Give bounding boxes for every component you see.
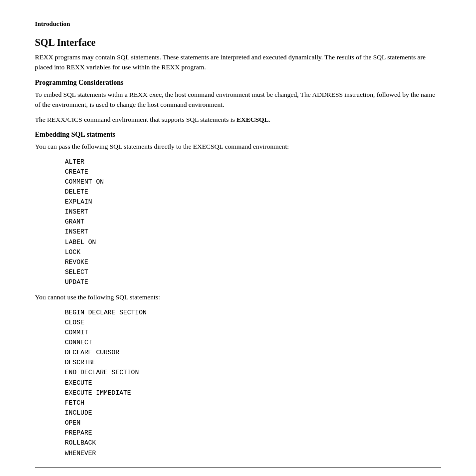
list-item: LABEL ON xyxy=(65,238,441,247)
intro-label: Introduction xyxy=(35,20,441,28)
execsql-prefix: The REXX/CICS command envlironment that … xyxy=(35,116,237,123)
list-item: OPEN xyxy=(65,418,441,428)
list-item: COMMIT xyxy=(65,328,441,338)
list-item: COMMENT ON xyxy=(65,177,441,187)
list-item: INSERT xyxy=(65,207,441,217)
sql-interface-title: SQL Interface xyxy=(35,37,441,48)
list-item: INSERT xyxy=(65,227,441,237)
embedding-title: Embedding SQL statments xyxy=(35,131,441,139)
list-item: INCLUDE xyxy=(65,408,441,418)
cannot-use-list: BEGIN DECLARE SECTION CLOSE COMMIT CONNE… xyxy=(65,308,441,459)
list-item: EXPLAIN xyxy=(65,197,441,207)
list-item: FETCH xyxy=(65,398,441,408)
embedding-intro: You can pass the following SQL statement… xyxy=(35,142,441,152)
list-item: EXECUTE xyxy=(65,378,441,388)
cannot-intro: You cannot use the following SQL stateme… xyxy=(35,292,441,302)
sql-interface-body: REXX programs may contain SQL statements… xyxy=(35,52,441,73)
execsql-keyword: EXECSQL xyxy=(237,116,269,123)
list-item: PREPARE xyxy=(65,428,441,438)
list-item: SELECT xyxy=(65,267,441,277)
list-item: REVOKE xyxy=(65,257,441,267)
list-item: CREATE xyxy=(65,167,441,177)
list-item: GRANT xyxy=(65,217,441,227)
list-item: END DECLARE SECTION xyxy=(65,368,441,378)
list-item: LOCK xyxy=(65,247,441,257)
execsql-line: The REXX/CICS command envlironment that … xyxy=(35,115,441,125)
list-item: EXECUTE IMMEDIATE xyxy=(65,388,441,398)
list-item: ROLLBACK xyxy=(65,438,441,448)
list-item: DECLARE CURSOR xyxy=(65,348,441,358)
list-item: WHENEVER xyxy=(65,449,441,459)
list-item: DESCRIBE xyxy=(65,358,441,368)
list-item: UPDATE xyxy=(65,277,441,287)
list-item: ALTER xyxy=(65,157,441,167)
programming-title: Programming Considerations xyxy=(35,79,441,87)
list-item: DELETE xyxy=(65,187,441,197)
list-item: CLOSE xyxy=(65,318,441,328)
can-use-list: ALTER CREATE COMMENT ON DELETE EXPLAIN I… xyxy=(65,157,441,288)
list-item: BEGIN DECLARE SECTION xyxy=(65,308,441,318)
execsql-end: . xyxy=(269,116,270,123)
programming-body: To embed SQL statements withn a REXX exe… xyxy=(35,90,441,110)
list-item: CONNECT xyxy=(65,338,441,348)
section-divider xyxy=(35,468,441,468)
